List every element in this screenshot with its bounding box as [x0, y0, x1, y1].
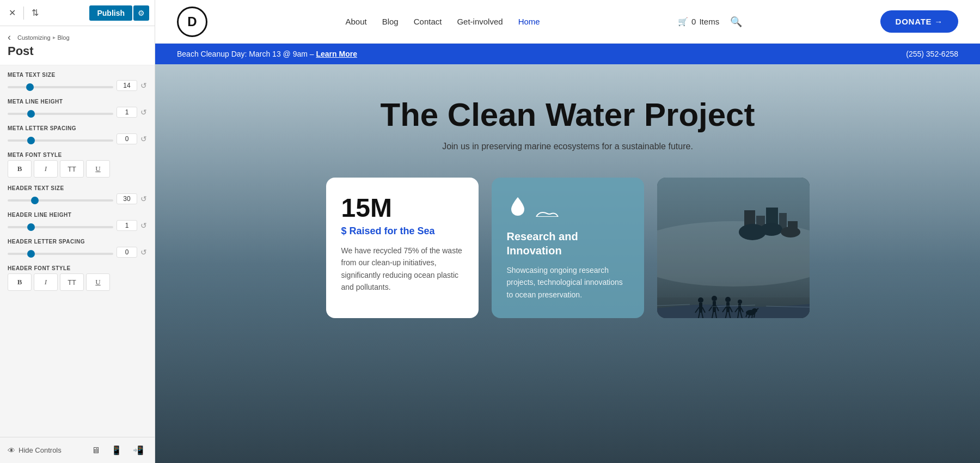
nav-cart[interactable]: 🛒 0 Items — [678, 17, 719, 27]
header-letter-spacing-group: HEADER LETTER SPACING 0 ↺ — [8, 239, 147, 258]
meta-tt-button[interactable]: TT — [60, 160, 84, 178]
header-underline-button[interactable]: U — [86, 273, 110, 291]
header-letter-spacing-value: 0 — [117, 247, 137, 258]
header-font-style-row: B I TT U — [8, 273, 147, 291]
meta-letter-spacing-slider-wrap — [8, 134, 113, 144]
site-navigation: D About Blog Contact Get-involved Home 🛒… — [155, 0, 980, 44]
cart-items-label: Items — [699, 17, 719, 26]
nav-link-blog[interactable]: Blog — [382, 17, 399, 26]
header-line-height-reset[interactable]: ↺ — [140, 222, 147, 229]
card-research-title: Research and Innovation — [507, 229, 629, 258]
svg-rect-25 — [726, 302, 730, 312]
sort-button[interactable]: ⇅ — [28, 5, 42, 20]
card-stat: 15M — [341, 195, 463, 221]
meta-text-size-slider-wrap — [8, 81, 113, 90]
nav-item-contact[interactable]: Contact — [414, 17, 442, 27]
breadcrumb-path1: Customizing — [17, 34, 51, 41]
publish-button[interactable]: Publish — [89, 5, 132, 21]
nav-right: 🛒 0 Items 🔍 — [678, 16, 742, 28]
panel-controls: META TEXT SIZE 14 ↺ META LINE HEIGHT 1 ↺ — [0, 65, 155, 437]
meta-italic-button[interactable]: I — [34, 160, 58, 178]
header-letter-spacing-slider[interactable] — [8, 253, 113, 255]
meta-underline-button[interactable]: U — [86, 160, 110, 178]
meta-text-size-value: 14 — [117, 80, 137, 91]
close-button[interactable]: ✕ — [5, 5, 19, 20]
header-letter-spacing-reset[interactable]: ↺ — [140, 248, 147, 256]
mobile-view-button[interactable]: 📲 — [130, 443, 147, 458]
meta-line-height-reset[interactable]: ↺ — [140, 108, 147, 116]
nav-link-about[interactable]: About — [345, 17, 366, 26]
water-drop-icon — [507, 195, 629, 222]
announcement-label: Beach Cleanup Day: March 13 @ 9am – — [177, 50, 314, 58]
nav-item-get-involved[interactable]: Get-involved — [457, 17, 503, 27]
breadcrumb: Customizing ▸ Blog — [17, 34, 70, 41]
tablet-view-button[interactable]: 📱 — [108, 443, 125, 458]
meta-text-size-row: 14 ↺ — [8, 80, 147, 91]
header-line-height-slider[interactable] — [8, 226, 113, 228]
nav-item-blog[interactable]: Blog — [382, 17, 399, 27]
meta-text-size-slider[interactable] — [8, 86, 113, 88]
svg-rect-13 — [699, 303, 702, 313]
header-italic-button[interactable]: I — [34, 273, 58, 291]
announcement-link[interactable]: Learn More — [316, 50, 357, 58]
announcement-text: Beach Cleanup Day: March 13 @ 9am – Lear… — [177, 50, 357, 58]
hero-cards: 15M $ Raised for the Sea We have recycle… — [315, 178, 820, 318]
header-text-size-label: HEADER TEXT SIZE — [8, 185, 147, 191]
meta-letter-spacing-value: 0 — [117, 133, 137, 144]
card-raised-subtitle: $ Raised for the Sea — [341, 226, 463, 237]
header-font-style-label: HEADER FONT STYLE — [8, 265, 147, 271]
meta-letter-spacing-reset[interactable]: ↺ — [140, 135, 147, 143]
donate-button[interactable]: DONATE → — [880, 10, 958, 33]
hero-text: The Clean Water Project Join us in prese… — [381, 64, 755, 151]
nav-link-home[interactable]: Home — [518, 17, 540, 26]
header-text-size-reset[interactable]: ↺ — [140, 195, 147, 203]
svg-point-24 — [725, 297, 731, 302]
meta-letter-spacing-label: META LETTER SPACING — [8, 125, 147, 131]
settings-button[interactable]: ⚙ — [133, 5, 149, 21]
panel-breadcrumb: ‹ Customizing ▸ Blog Post — [0, 26, 155, 65]
desktop-view-button[interactable]: 🖥 — [88, 443, 103, 458]
nav-link-get-involved[interactable]: Get-involved — [457, 17, 503, 26]
meta-line-height-slider-wrap — [8, 107, 113, 117]
header-tt-button[interactable]: TT — [60, 273, 84, 291]
meta-letter-spacing-slider[interactable] — [8, 139, 113, 142]
meta-letter-spacing-row: 0 ↺ — [8, 133, 147, 144]
svg-line-41 — [754, 313, 755, 318]
nav-item-home[interactable]: Home — [518, 17, 540, 27]
svg-rect-31 — [738, 304, 741, 312]
header-line-height-group: HEADER LINE HEIGHT 1 ↺ — [8, 212, 147, 231]
meta-text-size-group: META TEXT SIZE 14 ↺ — [8, 72, 147, 91]
meta-bold-button[interactable]: B — [8, 160, 32, 178]
svg-point-11 — [781, 227, 800, 237]
header-letter-spacing-label: HEADER LETTER SPACING — [8, 239, 147, 245]
header-text-size-row: 30 ↺ — [8, 193, 147, 204]
back-button[interactable]: ‹ — [8, 32, 14, 43]
header-font-style-group: HEADER FONT STYLE B I TT U — [8, 265, 147, 291]
announcement-bar: Beach Cleanup Day: March 13 @ 9am – Lear… — [155, 44, 980, 64]
breadcrumb-path2: Blog — [58, 34, 70, 41]
header-line-height-slider-wrap — [8, 221, 113, 230]
nav-link-contact[interactable]: Contact — [414, 17, 442, 26]
meta-line-height-value: 1 — [117, 107, 137, 118]
meta-line-height-row: 1 ↺ — [8, 107, 147, 118]
card-raised-body: We have recycled 75% of the waste from o… — [341, 245, 463, 294]
svg-line-40 — [752, 315, 752, 318]
meta-font-style-row: B I TT U — [8, 160, 147, 178]
header-text-size-value: 30 — [117, 193, 137, 204]
mobile-icon: 📲 — [133, 445, 144, 455]
header-line-height-row: 1 ↺ — [8, 220, 147, 231]
search-icon[interactable]: 🔍 — [730, 16, 742, 28]
hero-section: The Clean Water Project Join us in prese… — [155, 64, 980, 463]
meta-line-height-slider[interactable] — [8, 113, 113, 115]
header-text-size-slider[interactable] — [8, 199, 113, 202]
nav-logo: D — [177, 7, 207, 37]
header-letter-spacing-row: 0 ↺ — [8, 247, 147, 258]
svg-point-30 — [738, 300, 742, 304]
header-line-height-label: HEADER LINE HEIGHT — [8, 212, 147, 218]
nav-item-about[interactable]: About — [345, 17, 366, 27]
meta-text-size-reset[interactable]: ↺ — [140, 82, 147, 89]
header-bold-button[interactable]: B — [8, 273, 32, 291]
header-line-height-value: 1 — [117, 220, 137, 231]
header-text-size-group: HEADER TEXT SIZE 30 ↺ — [8, 185, 147, 204]
hide-controls-button[interactable]: 👁 Hide Controls — [8, 446, 62, 455]
